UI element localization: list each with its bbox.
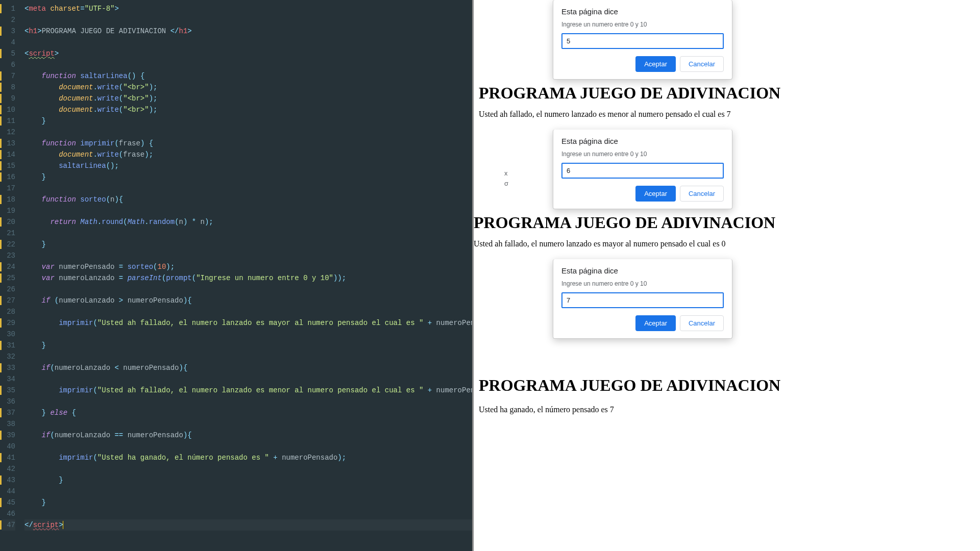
dialog-input-1[interactable] bbox=[561, 33, 724, 49]
accept-button[interactable]: Aceptar bbox=[635, 186, 676, 202]
accept-button[interactable]: Aceptar bbox=[635, 315, 676, 331]
cancel-button[interactable]: Cancelar bbox=[680, 315, 724, 331]
prompt-dialog-2: Esta página dice Ingrese un numero entre… bbox=[553, 130, 732, 209]
line-number-gutter: 1234567891011121314151617181920212223242… bbox=[0, 0, 20, 551]
code-content[interactable]: <meta charset="UTF-8"><h1>PROGRAMA JUEGO… bbox=[20, 0, 472, 551]
stray-text: x σ bbox=[504, 168, 508, 189]
browser-preview-pane: Esta página dice Ingrese un numero entre… bbox=[472, 0, 980, 551]
result-text-mayor: Usted ah fallado, el numero lanzado es m… bbox=[474, 239, 980, 248]
dialog-title: Esta página dice bbox=[561, 137, 724, 145]
page-title: PROGRAMA JUEGO DE ADIVINACION bbox=[479, 376, 980, 395]
dialog-message: Ingrese un numero entre 0 y 10 bbox=[561, 21, 724, 28]
cancel-button[interactable]: Cancelar bbox=[680, 186, 724, 202]
page-title: PROGRAMA JUEGO DE ADIVINACION bbox=[474, 213, 980, 232]
prompt-dialog-3: Esta página dice Ingrese un numero entre… bbox=[553, 259, 732, 339]
preview-section-3: PROGRAMA JUEGO DE ADIVINACION Usted ah f… bbox=[474, 213, 980, 354]
page-title: PROGRAMA JUEGO DE ADIVINACION bbox=[479, 84, 980, 103]
dialog-input-3[interactable] bbox=[561, 292, 724, 308]
preview-section-2: PROGRAMA JUEGO DE ADIVINACION Usted ah f… bbox=[474, 84, 980, 206]
result-text-menor: Usted ah fallado, el numero lanzado es m… bbox=[479, 110, 980, 119]
preview-section-4: PROGRAMA JUEGO DE ADIVINACION Usted ha g… bbox=[474, 354, 980, 456]
dialog-title: Esta página dice bbox=[561, 266, 724, 275]
dialog-message: Ingrese un numero entre 0 y 10 bbox=[561, 151, 724, 158]
accept-button[interactable]: Aceptar bbox=[635, 56, 676, 72]
dialog-input-2[interactable] bbox=[561, 163, 724, 179]
prompt-dialog-1: Esta página dice Ingrese un numero entre… bbox=[553, 0, 732, 80]
preview-section-1: Esta página dice Ingrese un numero entre… bbox=[474, 0, 980, 77]
result-text-ganado: Usted ha ganado, el número pensado es 7 bbox=[479, 405, 980, 414]
code-editor[interactable]: 1234567891011121314151617181920212223242… bbox=[0, 0, 472, 551]
cancel-button[interactable]: Cancelar bbox=[680, 56, 724, 72]
dialog-message: Ingrese un numero entre 0 y 10 bbox=[561, 280, 724, 287]
dialog-title: Esta página dice bbox=[561, 7, 724, 16]
